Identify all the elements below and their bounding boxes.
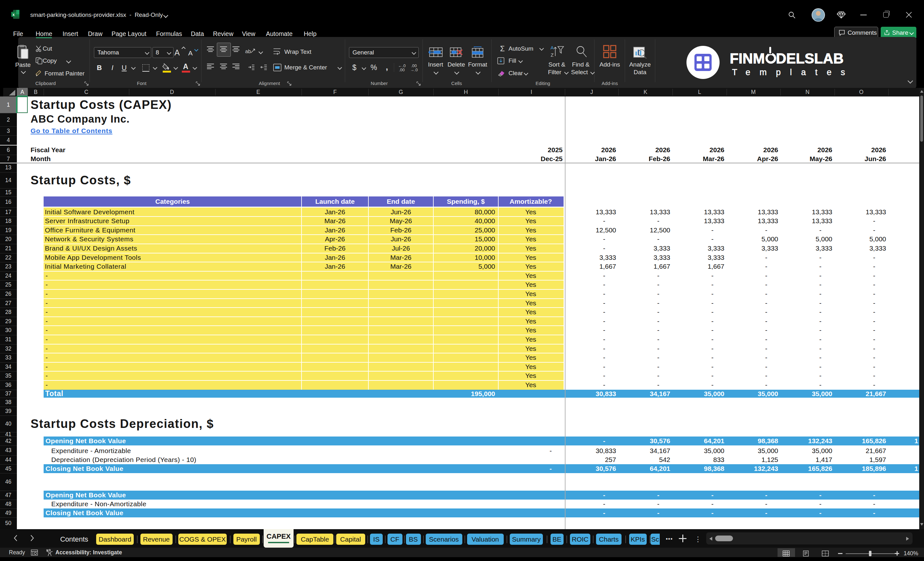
svg-text:A: A [550,45,554,50]
svg-text:Z: Z [550,52,554,58]
svg-text:x: x [12,12,15,17]
